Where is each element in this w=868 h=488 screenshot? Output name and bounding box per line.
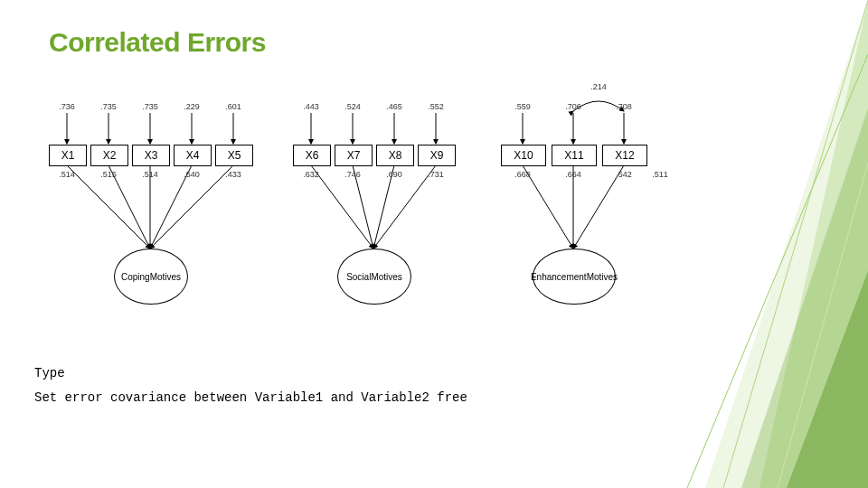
error-variance-x8: .465 [376, 102, 412, 111]
var-box-x6: X6 [293, 145, 331, 166]
path-diagram: X1.736.514X2.735.515X3.735.514X4.229.540… [49, 95, 754, 348]
slide-title: Correlated Errors [49, 27, 266, 58]
error-variance-x4: .229 [174, 102, 210, 111]
loading-x1: .514 [49, 170, 85, 179]
error-variance-x3: .735 [132, 102, 168, 111]
correlation-label: .214 [580, 82, 617, 91]
factor-social: SocialMotives [337, 249, 411, 305]
loading-x8: .690 [376, 170, 412, 179]
error-variance-x11: .706 [555, 102, 591, 111]
var-box-x8: X8 [376, 145, 414, 166]
loading-x12: .542 [606, 170, 642, 179]
factor-enhancement: EnhancementMotives [533, 249, 616, 305]
loading-x3: .514 [132, 170, 168, 179]
code-block: Type Set error covariance between Variab… [34, 361, 467, 409]
loading-x10: .668 [505, 170, 541, 179]
var-box-x10: X10 [501, 145, 546, 166]
loading-x2: .515 [90, 170, 127, 179]
error-variance-x1: .736 [49, 102, 85, 111]
svg-marker-2 [741, 108, 868, 488]
extra-load-x12: .511 [642, 170, 678, 179]
loading-x6: .632 [293, 170, 329, 179]
var-box-x11: X11 [552, 145, 597, 166]
svg-marker-1 [760, 0, 868, 488]
error-variance-x7: .524 [335, 102, 371, 111]
svg-line-6 [778, 163, 868, 488]
error-variance-x6: .443 [293, 102, 329, 111]
loading-x5: .433 [215, 170, 251, 179]
factor-coping: CopingMotives [114, 249, 188, 305]
var-box-x12: X12 [602, 145, 647, 166]
var-box-x7: X7 [335, 145, 373, 166]
var-box-x9: X9 [418, 145, 456, 166]
svg-marker-3 [787, 271, 868, 488]
error-variance-x10: .559 [505, 102, 541, 111]
error-variance-x9: .552 [418, 102, 454, 111]
code-line-1: Type [34, 361, 467, 386]
var-box-x3: X3 [132, 145, 170, 166]
var-box-x4: X4 [174, 145, 212, 166]
loading-x4: .540 [174, 170, 210, 179]
error-variance-x12: .708 [606, 102, 642, 111]
var-box-x2: X2 [90, 145, 128, 166]
error-variance-x2: .735 [90, 102, 127, 111]
var-box-x1: X1 [49, 145, 87, 166]
loading-x7: .746 [335, 170, 371, 179]
diagram-lines [49, 95, 754, 348]
code-line-2: Set error covariance between Variable1 a… [34, 386, 467, 410]
loading-x9: .731 [418, 170, 454, 179]
var-box-x5: X5 [215, 145, 253, 166]
loading-x11: .664 [555, 170, 591, 179]
error-variance-x5: .601 [215, 102, 251, 111]
